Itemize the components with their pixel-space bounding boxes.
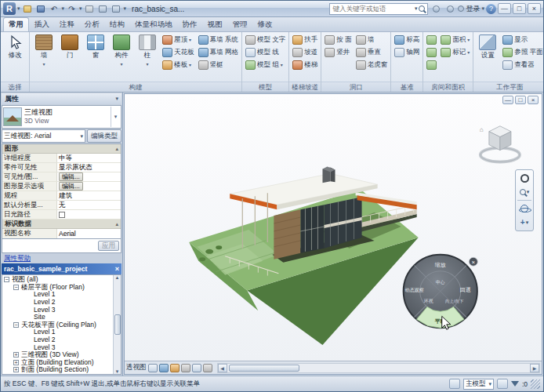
prop-value[interactable]: 建筑 bbox=[57, 191, 121, 200]
crop-view-icon[interactable] bbox=[192, 364, 201, 372]
sun-path-icon[interactable] bbox=[170, 364, 180, 372]
vertical-opening-button[interactable]: 垂直 bbox=[355, 46, 389, 58]
properties-menu-caret-icon[interactable]: ▾ bbox=[115, 96, 118, 102]
wheel-center[interactable]: 中心 bbox=[436, 280, 445, 285]
view-cube[interactable]: ⌂ bbox=[480, 126, 520, 162]
search-caret-icon[interactable]: ▾ bbox=[415, 5, 418, 12]
help-button[interactable]: ? bbox=[486, 4, 496, 14]
qat-customize-caret-icon[interactable]: ▾ bbox=[124, 5, 127, 12]
tree-node-ceiling-plans[interactable]: −天花板平面 (Ceiling Plan) bbox=[2, 321, 113, 329]
browser-close-icon[interactable]: × bbox=[115, 265, 119, 273]
favorites-button[interactable] bbox=[444, 3, 456, 14]
search-input[interactable] bbox=[332, 5, 412, 13]
visual-style-icon[interactable] bbox=[159, 364, 169, 372]
redo-button[interactable]: ↷ bbox=[66, 3, 78, 14]
ceiling-button[interactable]: 天花板 bbox=[161, 46, 195, 58]
prop-value[interactable]: 显示原状态 bbox=[57, 163, 121, 172]
sign-in-button[interactable]: 登录 ▾ bbox=[458, 4, 484, 14]
panel-label-opening[interactable]: 洞口 bbox=[321, 82, 390, 92]
instance-select[interactable]: 三维视图: Aerial ▾ bbox=[2, 129, 85, 143]
tree-node-level3[interactable]: Level 3 bbox=[2, 306, 113, 314]
section-collapse-icon[interactable]: ▴ bbox=[115, 221, 118, 227]
tree-scrollbar[interactable]: ▲ ▼ bbox=[113, 275, 121, 374]
scroll-thumb[interactable] bbox=[114, 314, 121, 335]
properties-palette-header[interactable]: 属性 ▾ bbox=[2, 93, 121, 104]
minimize-button[interactable]: — bbox=[498, 3, 511, 14]
column-button[interactable]: 柱 ▾ bbox=[136, 34, 159, 67]
undo-button[interactable]: ↶ bbox=[49, 3, 60, 14]
home-icon[interactable]: ⌂ bbox=[480, 126, 484, 133]
type-selector-caret-icon[interactable]: ▾ bbox=[111, 107, 120, 127]
tree-node-ceiling-level2[interactable]: Level 2 bbox=[2, 336, 113, 344]
curtain-grid-button[interactable]: 幕墙 网格 bbox=[198, 46, 239, 58]
sun-path-checkbox[interactable] bbox=[59, 212, 65, 218]
shaft-button[interactable]: 竖井 bbox=[324, 46, 352, 58]
save-button[interactable] bbox=[35, 3, 47, 14]
tab-home[interactable]: 常用 bbox=[3, 17, 29, 31]
scale-button[interactable]: 透视图 bbox=[126, 363, 147, 372]
shadows-icon[interactable] bbox=[181, 364, 190, 372]
room-separator-button[interactable] bbox=[426, 46, 437, 58]
tab-modify[interactable]: 修改 bbox=[253, 18, 277, 31]
filter-icon[interactable] bbox=[511, 381, 519, 387]
room-button[interactable] bbox=[426, 34, 437, 45]
properties-help-link[interactable]: 属性帮助 bbox=[4, 254, 31, 263]
tab-manage[interactable]: 管理 bbox=[228, 18, 252, 31]
tree-node-sections[interactable]: +剖面 (Building Section) bbox=[2, 366, 113, 374]
component-button[interactable]: 构件 ▾ bbox=[110, 34, 133, 67]
search-icon[interactable] bbox=[419, 5, 425, 12]
view-minimize-button[interactable]: — bbox=[502, 96, 513, 104]
apply-button[interactable]: 应用 bbox=[98, 241, 119, 251]
resize-grip[interactable] bbox=[531, 379, 540, 389]
stairs-button[interactable]: 楼梯 bbox=[292, 59, 318, 71]
modify-button[interactable]: 修改 bbox=[3, 34, 27, 61]
communication-center-button[interactable] bbox=[430, 3, 442, 14]
editable-only-icon[interactable] bbox=[497, 379, 508, 389]
panel-label-circulation[interactable]: 楼梯坡道 bbox=[289, 82, 321, 92]
infocenter-search[interactable]: ▾ bbox=[329, 3, 428, 15]
scroll-up-icon[interactable]: ▲ bbox=[115, 275, 120, 280]
wall-opening-button[interactable]: 墙 bbox=[355, 34, 389, 45]
floor-button[interactable]: 楼板 ▾ bbox=[161, 59, 195, 71]
type-selector[interactable]: 三维视图 3D View ▾ bbox=[2, 105, 121, 129]
section-identity[interactable]: 标识数据 ▴ bbox=[2, 220, 121, 229]
view-restore-button[interactable]: □ bbox=[515, 96, 526, 104]
section-collapse-icon[interactable]: ▴ bbox=[115, 146, 118, 152]
project-browser-header[interactable]: rac_basic_sample_project × bbox=[2, 263, 121, 274]
model-group-button[interactable]: 模型 组 ▾ bbox=[245, 59, 286, 71]
expand-icon[interactable]: + bbox=[13, 352, 19, 358]
collapse-icon[interactable]: − bbox=[4, 277, 9, 282]
crop-region-icon[interactable] bbox=[203, 364, 212, 372]
redo-caret-icon[interactable]: ▾ bbox=[79, 5, 82, 12]
model-line-button[interactable]: 模型 线 bbox=[245, 46, 286, 58]
wheel-look[interactable]: 环视 bbox=[424, 298, 433, 304]
prop-value[interactable]: Aerial bbox=[57, 229, 121, 238]
print-button[interactable] bbox=[84, 3, 96, 14]
viewer-button[interactable]: 查看器 bbox=[502, 59, 543, 71]
door-button[interactable]: 门 bbox=[58, 34, 82, 61]
level-button[interactable]: 标高 bbox=[393, 34, 420, 45]
tree-node-level1[interactable]: Level 1 bbox=[2, 291, 113, 299]
steering-wheel-button[interactable] bbox=[517, 172, 532, 184]
expand-icon[interactable]: + bbox=[13, 367, 19, 372]
scroll-left-icon[interactable]: ◀ bbox=[218, 364, 227, 372]
maximize-button[interactable]: □ bbox=[513, 3, 526, 14]
mullion-button[interactable]: 竖梃 bbox=[198, 59, 239, 71]
tab-massing-site[interactable]: 体量和场地 bbox=[130, 18, 177, 31]
tab-analyze[interactable]: 分析 bbox=[80, 18, 104, 31]
edit-type-button[interactable]: 编辑类型 bbox=[87, 129, 121, 143]
panel-label-work-plane[interactable]: 工作平面 bbox=[473, 82, 543, 92]
tree-node-level2[interactable]: Level 2 bbox=[2, 299, 113, 307]
scroll-thumb[interactable] bbox=[229, 365, 299, 372]
curtain-system-button[interactable]: 幕墙 系统 bbox=[198, 34, 239, 45]
edit-button[interactable]: 编辑... bbox=[59, 182, 83, 191]
grid-button[interactable]: 轴网 bbox=[393, 46, 420, 58]
color-scheme-button[interactable] bbox=[426, 59, 437, 71]
tree-node-floor-plans[interactable]: −楼层平面 (Floor Plan) bbox=[2, 284, 113, 292]
railing-button[interactable]: 扶手 bbox=[292, 34, 318, 45]
orbit-tool-button[interactable] bbox=[517, 202, 532, 215]
design-option-select[interactable]: 主模型 ▾ bbox=[463, 379, 494, 390]
scroll-down-icon[interactable]: ▼ bbox=[115, 369, 120, 374]
wheel-updown[interactable]: 向上/向下 bbox=[445, 299, 464, 304]
wheel-rewind[interactable]: 回退 bbox=[460, 286, 471, 293]
